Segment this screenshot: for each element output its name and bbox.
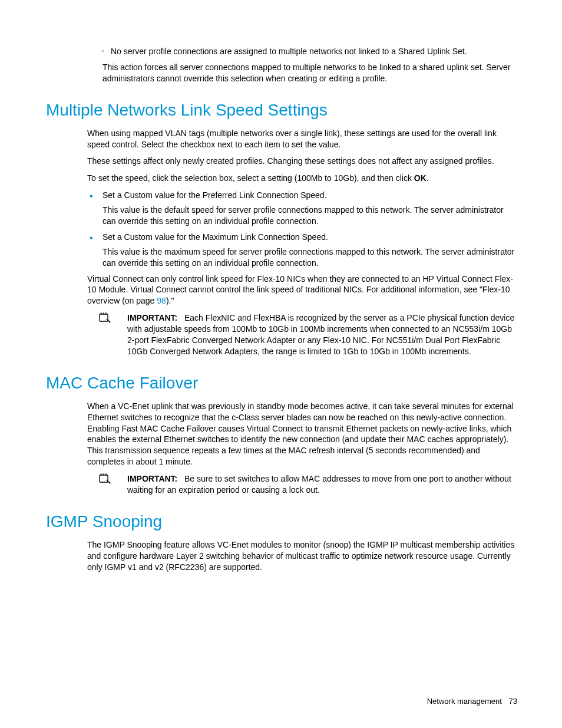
svg-rect-0 (100, 314, 108, 321)
body-paragraph: Virtual Connect can only control link sp… (87, 274, 516, 307)
text-run: To set the speed, click the selection bo… (87, 173, 414, 183)
note-text: IMPORTANT: Be sure to set switches to al… (117, 473, 516, 496)
text-run: )." (166, 296, 174, 305)
note-label: IMPORTANT: (127, 474, 177, 483)
body-paragraph: To set the speed, click the selection bo… (87, 173, 516, 184)
footer-page-number: 73 (509, 697, 517, 706)
svg-rect-1 (100, 475, 108, 482)
list-item: • Set a Custom value for the Maximum Lin… (87, 232, 516, 269)
text-run: . (427, 173, 429, 183)
important-note: IMPORTANT: Be sure to set switches to al… (99, 473, 516, 496)
note-body: Be sure to set switches to allow MAC add… (127, 474, 511, 495)
list-item-text: Set a Custom value for the Maximum Link … (103, 232, 328, 242)
important-icon (99, 473, 117, 496)
heading-multiple-networks: Multiple Networks Link Speed Settings (46, 101, 516, 120)
list-item-sub: This value is the maximum speed for serv… (103, 246, 516, 269)
important-note: IMPORTANT: Each FlexNIC and FlexHBA is r… (99, 312, 516, 357)
important-icon (99, 312, 117, 357)
list-item: • Set a Custom value for the Preferred L… (87, 190, 516, 227)
note-text: IMPORTANT: Each FlexNIC and FlexHBA is r… (117, 312, 516, 357)
list-item-text: Set a Custom value for the Preferred Lin… (103, 190, 327, 200)
nested-list-text: No server profile connections are assign… (111, 47, 467, 56)
note-body: Each FlexNIC and FlexHBA is recognized b… (127, 313, 514, 356)
note-label: IMPORTANT: (127, 313, 177, 322)
text-run: Virtual Connect can only control link sp… (87, 274, 513, 306)
heading-igmp-snooping: IGMP Snooping (46, 512, 516, 531)
nested-list-item: ○ No server profile connections are assi… (111, 46, 516, 57)
bullet-dot-icon: • (90, 190, 93, 203)
body-paragraph: The IGMP Snooping feature allows VC-Enet… (87, 539, 516, 573)
list-item-sub: This value is the default speed for serv… (103, 205, 516, 227)
document-page: ○ No server profile connections are assi… (0, 0, 562, 728)
body-paragraph: This action forces all server connection… (103, 62, 516, 84)
body-paragraph: These settings affect only newly created… (87, 156, 516, 167)
circle-bullet-icon: ○ (101, 48, 104, 55)
body-paragraph: When a VC-Enet uplink that was previousl… (87, 401, 516, 467)
bold-text: OK (414, 173, 427, 183)
body-paragraph: When using mapped VLAN tags (multiple ne… (87, 128, 516, 150)
bullet-list: • Set a Custom value for the Preferred L… (87, 190, 516, 268)
bullet-dot-icon: • (90, 232, 93, 245)
footer-section: Network management (427, 697, 502, 706)
page-link[interactable]: 98 (157, 296, 166, 305)
heading-mac-cache: MAC Cache Failover (46, 374, 516, 393)
page-footer: Network management 73 (427, 697, 517, 706)
